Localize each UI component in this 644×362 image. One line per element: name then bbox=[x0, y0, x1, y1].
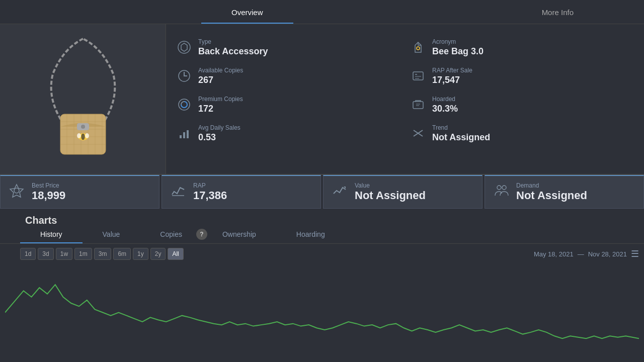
chart-tab-value[interactable]: Value bbox=[83, 226, 140, 243]
chart-controls: 1d 3d 1w 1m 3m 6m 1y 2y All May 18, 2021… bbox=[0, 244, 644, 263]
value-text: Value Not Assigned bbox=[355, 182, 426, 202]
trend-label: Trend bbox=[432, 124, 490, 131]
best-price-icon bbox=[9, 183, 25, 202]
available-copies-text: Available Copies 267 bbox=[198, 67, 243, 85]
rap-value: 17,386 bbox=[193, 189, 227, 202]
hoarded-text: Hoarded 30.3% bbox=[432, 96, 458, 114]
date-range-separator: — bbox=[578, 250, 584, 258]
premium-copies-icon bbox=[176, 97, 192, 113]
best-price-card: Best Price 18,999 bbox=[0, 175, 159, 209]
svg-point-13 bbox=[77, 133, 81, 138]
demand-icon bbox=[493, 183, 509, 202]
best-price-value: 18,999 bbox=[32, 189, 65, 202]
date-range: May 18, 2021 — Nov 28, 2021 ☰ bbox=[534, 248, 639, 259]
svg-point-20 bbox=[81, 125, 85, 129]
time-btn-3m[interactable]: 3m bbox=[94, 248, 112, 260]
time-btn-1d[interactable]: 1d bbox=[20, 248, 36, 260]
svg-rect-29 bbox=[413, 102, 423, 109]
type-text: Type Back Accessory bbox=[198, 38, 268, 57]
value-label: Value bbox=[355, 182, 426, 189]
time-btn-1w[interactable]: 1w bbox=[56, 248, 72, 260]
value-icon bbox=[332, 183, 348, 202]
value-value: Not Assigned bbox=[355, 189, 426, 202]
available-copies-icon bbox=[176, 68, 192, 84]
acronym-icon bbox=[410, 39, 426, 55]
time-btn-1y[interactable]: 1y bbox=[133, 248, 148, 260]
chart-tab-ownership[interactable]: Ownership bbox=[202, 226, 276, 243]
chart-tab-history[interactable]: History bbox=[20, 226, 83, 243]
rap-text: RAP 17,386 bbox=[193, 182, 227, 202]
rap-after-sale-text: RAP After Sale 17,547 bbox=[432, 67, 472, 85]
info-panel: Type Back Accessory Acronym bbox=[166, 24, 644, 174]
rap-after-sale-label: RAP After Sale bbox=[432, 67, 472, 74]
svg-rect-33 bbox=[183, 132, 185, 138]
date-range-end: Nov 28, 2021 bbox=[588, 250, 627, 258]
demand-value: Not Assigned bbox=[516, 189, 587, 202]
chart-tab-hoarding[interactable]: Hoarding bbox=[276, 226, 345, 243]
charts-section: Charts History Value Copies ? Ownership … bbox=[0, 211, 644, 362]
time-btn-1m[interactable]: 1m bbox=[74, 248, 92, 260]
type-icon bbox=[176, 39, 192, 55]
premium-copies-label: Premium Copies bbox=[198, 96, 243, 103]
best-price-text: Best Price 18,999 bbox=[32, 182, 65, 202]
rap-after-sale-icon bbox=[410, 68, 426, 84]
time-btn-6m[interactable]: 6m bbox=[113, 248, 131, 260]
available-copies-value: 267 bbox=[198, 75, 243, 85]
svg-point-38 bbox=[14, 188, 19, 193]
time-btn-2y[interactable]: 2y bbox=[150, 248, 166, 260]
avg-daily-sales-text: Avg Daily Sales 0.53 bbox=[198, 124, 240, 143]
premium-copies-text: Premium Copies 172 bbox=[198, 96, 243, 114]
avg-daily-sales-value: 0.53 bbox=[198, 132, 240, 143]
trend-icon bbox=[410, 125, 426, 141]
hoarded-label: Hoarded bbox=[432, 96, 458, 103]
avg-daily-sales-icon bbox=[176, 125, 192, 141]
type-label: Type bbox=[198, 38, 268, 45]
hoarded-item: Hoarded 30.3% bbox=[410, 92, 634, 118]
svg-point-41 bbox=[497, 186, 501, 190]
svg-marker-37 bbox=[10, 185, 23, 197]
rap-icon bbox=[170, 183, 186, 202]
tab-bar: Overview More Info bbox=[0, 0, 644, 24]
rap-after-sale-value: 17,547 bbox=[432, 75, 472, 85]
rap-card: RAP 17,386 bbox=[162, 175, 321, 209]
avg-daily-sales-label: Avg Daily Sales bbox=[198, 124, 240, 131]
acronym-item: Acronym Bee Bag 3.0 bbox=[410, 34, 634, 61]
premium-copies-value: 172 bbox=[198, 104, 243, 114]
top-section: Type Back Accessory Acronym bbox=[0, 24, 644, 175]
demand-text: Demand Not Assigned bbox=[516, 182, 587, 202]
chart-tab-copies[interactable]: Copies ? bbox=[140, 226, 202, 243]
available-copies-item: Available Copies 267 bbox=[176, 63, 400, 89]
tab-overview[interactable]: Overview bbox=[201, 2, 293, 24]
hoarded-icon bbox=[410, 97, 426, 113]
chart-tabs: History Value Copies ? Ownership Hoardin… bbox=[0, 226, 644, 244]
type-value: Back Accessory bbox=[198, 46, 268, 57]
best-price-label: Best Price bbox=[32, 182, 65, 189]
type-item: Type Back Accessory bbox=[176, 34, 400, 61]
trend-value: Not Assigned bbox=[432, 132, 490, 143]
time-btn-3d[interactable]: 3d bbox=[38, 248, 53, 260]
demand-card: Demand Not Assigned bbox=[485, 175, 644, 209]
demand-label: Demand bbox=[516, 182, 587, 189]
tab-more-info[interactable]: More Info bbox=[512, 2, 604, 24]
rap-label: RAP bbox=[193, 182, 227, 189]
value-card: Value Not Assigned bbox=[323, 175, 482, 209]
premium-copies-item: Premium Copies 172 bbox=[176, 92, 400, 118]
acronym-value: Bee Bag 3.0 bbox=[432, 46, 484, 57]
charts-title: Charts bbox=[25, 215, 57, 226]
svg-point-22 bbox=[417, 47, 420, 50]
available-copies-label: Available Copies bbox=[198, 67, 243, 74]
svg-rect-34 bbox=[187, 130, 189, 138]
acronym-text: Acronym Bee Bag 3.0 bbox=[432, 38, 484, 57]
svg-point-28 bbox=[179, 99, 190, 110]
rap-after-sale-item: RAP After Sale 17,547 bbox=[410, 63, 634, 89]
svg-point-14 bbox=[85, 133, 89, 138]
info-grid: Type Back Accessory Acronym bbox=[176, 29, 634, 152]
acronym-label: Acronym bbox=[432, 38, 484, 45]
time-btn-all[interactable]: All bbox=[168, 248, 183, 260]
page-wrapper: Overview More Info bbox=[0, 0, 644, 362]
chart-menu-icon[interactable]: ☰ bbox=[631, 248, 639, 259]
stats-row: Best Price 18,999 RAP 17,386 bbox=[0, 175, 644, 211]
trend-item: Trend Not Assigned bbox=[410, 120, 634, 147]
charts-header: Charts bbox=[0, 211, 644, 226]
svg-rect-32 bbox=[180, 135, 182, 138]
